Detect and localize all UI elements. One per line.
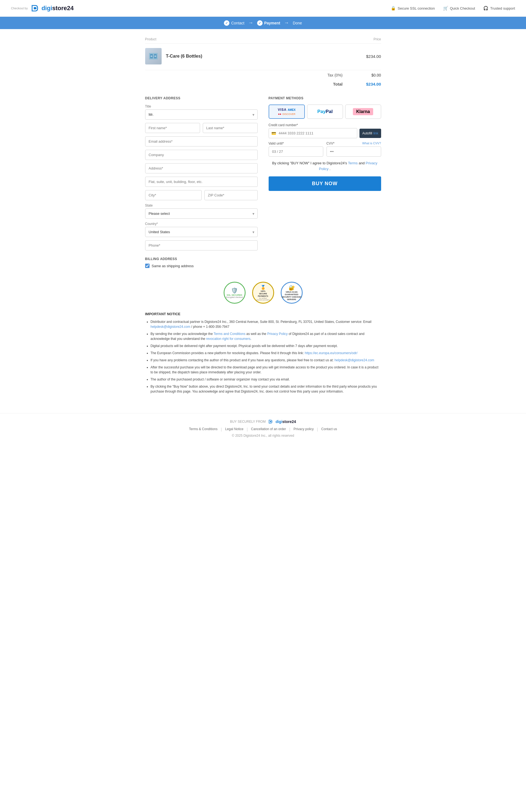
agree-text: By clicking "BUY NOW" I agree to Digisto…	[272, 161, 347, 165]
cc-number-row: 💳 Autofill link	[269, 128, 381, 138]
address2-group	[145, 177, 258, 187]
footer-sep-1: |	[221, 427, 222, 432]
country-label: Country*	[145, 222, 258, 226]
product-header-row: Product Price	[145, 37, 381, 44]
first-name-input[interactable]	[145, 123, 200, 133]
ssl-label: Secure SSL connection	[398, 6, 435, 11]
address2-input[interactable]	[145, 177, 258, 187]
secure-text: 100%SECUREPAYMENTS	[258, 290, 268, 298]
shield-icon: 🛡️	[231, 287, 238, 294]
ssl-badge-header: 🔒 Secure SSL connection	[391, 6, 435, 11]
autofill-link-text: link	[373, 131, 378, 135]
billing-section-title: BILLING ADDRESS	[145, 257, 258, 261]
trusted-support-badge: 🎧 Trusted support	[483, 6, 515, 11]
footer-logo-icon	[268, 419, 273, 424]
done-step-label: Done	[293, 21, 302, 25]
terms-link[interactable]: Terms	[348, 161, 357, 165]
email-input[interactable]	[145, 136, 258, 146]
state-select[interactable]: Please select	[145, 208, 258, 219]
svg-point-5	[155, 55, 156, 57]
header-brand: Checkout by digistore24	[11, 3, 74, 13]
city-input[interactable]	[145, 190, 202, 200]
footer-cancellation-link[interactable]: Cancellation of an order	[251, 427, 286, 432]
progress-step-payment: ✓ Payment	[257, 20, 280, 26]
billing-address-section: BILLING ADDRESS Same as shipping address	[145, 257, 258, 268]
tax-row: Tax (0%) $0.00	[145, 70, 381, 80]
footer-legal-link[interactable]: Legal Notice	[225, 427, 243, 432]
checkout-by-label: Checkout by	[11, 6, 28, 10]
cvv-input[interactable]	[327, 146, 381, 157]
country-select-wrapper[interactable]: United States ▾	[145, 227, 258, 237]
paypal-logo: PayPal	[317, 109, 333, 114]
state-field: State Please select ▾	[145, 204, 258, 219]
total-amount: $234.00	[359, 82, 381, 86]
company-group	[145, 150, 258, 160]
and-text: and	[359, 161, 365, 165]
address-group	[145, 163, 258, 173]
quick-checkout-badge: 🛒 Quick Checkout	[443, 6, 475, 11]
klarna-payment-tab[interactable]: Klarna	[345, 104, 381, 119]
delivery-section-title: DELIVERY ADDRESS	[145, 96, 258, 100]
important-notice-section: IMPORTANT NOTICE Distributor and contrac…	[145, 312, 381, 394]
notice-list: Distributor and contractual partner is D…	[145, 319, 381, 394]
valid-until-input[interactable]	[269, 146, 323, 157]
valid-until-label: Valid until*	[269, 142, 284, 145]
helpdesk-link-2[interactable]: helpdesk@digistore24.com	[335, 358, 374, 362]
cvv-label-row: CVV* What is CVV?	[327, 142, 381, 145]
main-content: Product Price T-Care (6 Bottles) $234.00…	[140, 29, 387, 408]
country-select[interactable]: United States	[145, 227, 258, 237]
notice-item-4: The European Commission provides a new p…	[151, 351, 381, 356]
same-as-shipping-checkbox[interactable]	[145, 264, 150, 268]
autofill-label: Autofill	[362, 131, 372, 135]
same-as-shipping-row: Same as shipping address	[145, 264, 258, 268]
zip-input[interactable]	[204, 190, 258, 200]
form-area: DELIVERY ADDRESS Title Mr. Ms. Dr. ▾	[145, 96, 381, 268]
last-name-input[interactable]	[203, 123, 258, 133]
virus-scan-text: VIRUS SCANGUARANTEEDSECURITY CHECKED SER…	[282, 291, 302, 301]
payment-check-icon: ✓	[257, 20, 262, 26]
notice-item-3: Digital products will be delivered right…	[151, 344, 381, 348]
tax-amount: $0.00	[359, 73, 381, 77]
virus-scan-badge: 🔐 VIRUS SCANGUARANTEEDSECURITY CHECKED S…	[281, 282, 303, 304]
phone-input[interactable]	[145, 240, 258, 250]
card-payment-tab[interactable]: VISA AMEX ●● DISCOVER	[269, 104, 305, 119]
what-cvv-link[interactable]: What is CVV?	[362, 142, 381, 145]
totals-section: Tax (0%) $0.00 Total $234.00	[145, 70, 381, 88]
ec-europa-link[interactable]: https://ec.europa.eu/consumers/odr/	[305, 351, 357, 355]
footer-terms-link[interactable]: Terms & Conditions	[189, 427, 217, 432]
total-row: Total $234.00	[145, 80, 381, 88]
revocation-link[interactable]: revocation right for consumers	[206, 337, 250, 341]
paypal-payment-tab[interactable]: PayPal	[307, 104, 343, 119]
title-select[interactable]: Mr. Ms. Dr.	[145, 110, 258, 120]
digistore-logo-icon	[30, 3, 40, 13]
price-col-label: Price	[373, 37, 381, 41]
payment-section: PAYMENT METHODS VISA AMEX ●● DISCOVER	[269, 96, 381, 268]
buy-now-button[interactable]: BUY NOW	[269, 176, 381, 191]
payment-methods-tabs: VISA AMEX ●● DISCOVER PayPal Klarna	[269, 104, 381, 119]
state-select-wrapper[interactable]: Please select ▾	[145, 208, 258, 219]
title-field: Title Mr. Ms. Dr. ▾	[145, 104, 258, 120]
address-input[interactable]	[145, 163, 258, 173]
svg-point-4	[151, 55, 152, 57]
header-badges: 🔒 Secure SSL connection 🛒 Quick Checkout…	[391, 6, 515, 11]
valid-until-field: Valid until*	[269, 142, 323, 157]
footer-contact-link[interactable]: Contact us	[321, 427, 337, 432]
contact-step-label: Contact	[231, 21, 244, 25]
contact-check-icon: ✓	[224, 20, 229, 26]
company-input[interactable]	[145, 150, 258, 160]
lock-icon: 🔒	[391, 6, 396, 11]
cvv-label: CVV*	[327, 142, 335, 145]
helpdesk-link-1[interactable]: helpdesk@digistore24.com	[151, 325, 190, 329]
cc-number-input[interactable]	[269, 128, 357, 138]
same-as-shipping-label[interactable]: Same as shipping address	[152, 264, 194, 268]
footer-privacy-link[interactable]: Privacy policy	[294, 427, 314, 432]
title-select-wrapper[interactable]: Mr. Ms. Dr. ▾	[145, 110, 258, 120]
valid-until-label-row: Valid until*	[269, 142, 323, 145]
privacy-policy-link-notice[interactable]: Privacy Policy	[267, 332, 288, 336]
progress-step-done: Done	[293, 21, 302, 25]
notice-item-7: The author of the purchased product / so…	[151, 377, 381, 382]
autofill-button[interactable]: Autofill link	[359, 129, 381, 138]
product-name: T-Care (6 Bottles)	[166, 54, 362, 59]
terms-conditions-link[interactable]: Terms and Conditions	[213, 332, 245, 336]
footer-copyright: © 2025 Digistore24 Inc., all rights rese…	[5, 434, 521, 437]
